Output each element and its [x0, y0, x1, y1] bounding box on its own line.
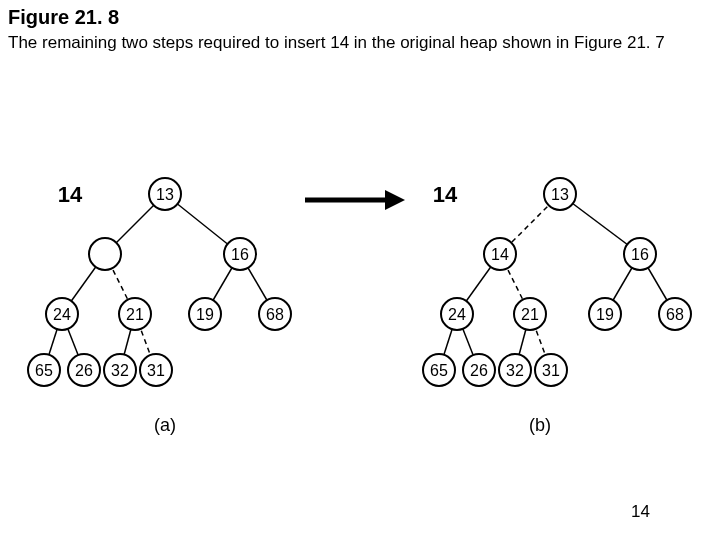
figure-title: Figure 21. 8 — [8, 6, 119, 29]
svg-marker-1 — [385, 190, 405, 210]
arrow-icon — [305, 190, 405, 210]
node-a-21-val: 21 — [126, 306, 144, 323]
node-a-24-val: 24 — [53, 306, 71, 323]
insert-value-b: 14 — [433, 182, 458, 207]
page-number: 14 — [631, 502, 650, 522]
tree-b: 14 13 14 16 24 21 19 68 65 26 — [423, 178, 691, 435]
sub-a: (a) — [154, 415, 176, 435]
node-b-31-val: 31 — [542, 362, 560, 379]
node-a-root-val: 13 — [156, 186, 174, 203]
node-b-16-val: 16 — [631, 246, 649, 263]
sub-b: (b) — [529, 415, 551, 435]
node-a-hole — [89, 238, 121, 270]
node-b-26-val: 26 — [470, 362, 488, 379]
node-b-21-val: 21 — [521, 306, 539, 323]
insert-value-a: 14 — [58, 182, 83, 207]
node-b-68-val: 68 — [666, 306, 684, 323]
heap-figure: 14 13 16 24 21 19 68 65 26 3 — [0, 160, 720, 480]
node-b-root-val: 13 — [551, 186, 569, 203]
node-b-32-val: 32 — [506, 362, 524, 379]
node-a-68-val: 68 — [266, 306, 284, 323]
node-b-19-val: 19 — [596, 306, 614, 323]
node-a-16-val: 16 — [231, 246, 249, 263]
figure-caption: The remaining two steps required to inse… — [8, 32, 700, 53]
node-a-19-val: 19 — [196, 306, 214, 323]
tree-a: 14 13 16 24 21 19 68 65 26 3 — [28, 178, 291, 435]
node-a-32-val: 32 — [111, 362, 129, 379]
node-b-24-val: 24 — [448, 306, 466, 323]
node-b-14-val: 14 — [491, 246, 509, 263]
node-a-65-val: 65 — [35, 362, 53, 379]
node-a-26-val: 26 — [75, 362, 93, 379]
node-b-65-val: 65 — [430, 362, 448, 379]
node-a-31-val: 31 — [147, 362, 165, 379]
